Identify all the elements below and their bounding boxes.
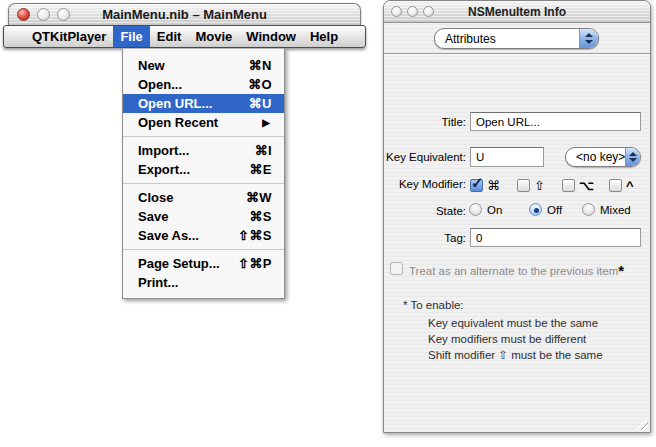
menu-item-label: Print... [138,275,178,290]
radio-unselected[interactable] [582,203,595,216]
popup-stepper-icon [579,29,598,48]
menu-item-shortcut: ⇧⌘S [238,228,272,243]
key-popup[interactable]: <no key> [565,147,641,167]
menu-item-save-as[interactable]: Save As... ⇧⌘S [123,226,284,245]
shift-icon: ⇧ [534,178,545,193]
state-off[interactable]: Off [529,203,562,216]
checkbox-checked[interactable] [470,179,483,192]
key-equivalent-field[interactable]: U [470,147,544,167]
title-row: Title: Open URL... [384,112,650,131]
menu-item-label: Import... [138,143,189,158]
menu-item-shortcut: ⌘E [249,162,272,177]
modifier-command[interactable]: ⌘ [470,178,500,193]
checkbox-unchecked[interactable] [517,179,530,192]
state-label: State: [384,205,466,217]
menu-item-label: Save As... [138,228,199,243]
footnote-header: * To enable: [403,299,464,311]
menu-editor-titlebar: MainMenu.nib – MainMenu [8,3,361,25]
state-mixed[interactable]: Mixed [582,203,631,216]
popup-selected-label: <no key> [566,150,625,164]
inspector-titlebar: NSMenuItem Info [384,1,650,23]
footnote-line: Shift modifier ⇧ must be the same [428,348,603,362]
section-divider [384,53,650,55]
footnote-line: Key equivalent must be the same [428,317,598,329]
menu-item-shortcut: ⌘W [246,190,272,205]
menubar-item-help[interactable]: Help [303,26,345,47]
menubar-item-window[interactable]: Window [239,26,303,47]
title-label: Title: [384,116,466,128]
menu-separator [123,183,284,184]
menu-item-label: Open URL... [138,96,212,111]
menu-item-page-setup[interactable]: Page Setup... ⇧⌘P [123,254,284,273]
menu-item-open[interactable]: Open... ⌘O [123,75,284,94]
popup-stepper-icon [625,148,640,166]
menubar-item-edit[interactable]: Edit [150,26,189,47]
alternate-label-text: Treat as an alternate to the previous it… [409,265,618,277]
option-icon: ⌥ [579,178,594,193]
menu-item-label: Open... [138,77,182,92]
popup-selected-label: Attributes [435,32,579,46]
menu-item-shortcut: ⌘S [249,209,272,224]
control-icon: ^ [626,178,634,193]
menu-item-label: Page Setup... [138,256,220,271]
menu-item-shortcut: ⌘O [248,77,272,92]
tag-label: Tag: [384,232,466,244]
menubar-item-qtkitplayer[interactable]: QTKitPlayer [25,26,113,47]
menu-item-label: Export... [138,162,190,177]
tag-row: Tag: 0 [384,228,650,247]
menu-item-label: New [138,58,165,73]
menu-item-print[interactable]: Print... [123,273,284,292]
alternate-row: Treat as an alternate to the previous it… [384,261,650,277]
checkbox-unchecked[interactable] [609,179,622,192]
submenu-arrow-icon: ▶ [262,117,270,128]
key-equivalent-row: Key Equivalent: U <no key> [384,147,650,167]
footnote-line: Key modifiers must be different [428,333,586,345]
alternate-checkbox[interactable] [390,262,403,275]
radio-unselected[interactable] [469,203,482,216]
menubar: QTKitPlayer File Edit Movie Window Help [3,25,366,48]
menu-item-label: Save [138,209,168,224]
modifier-control[interactable]: ^ [609,178,634,193]
menu-item-shortcut: ⌘N [249,58,272,73]
menubar-item-movie[interactable]: Movie [188,26,239,47]
key-equivalent-label: Key Equivalent: [384,151,466,163]
key-modifier-label: Key Modifier: [384,178,466,190]
command-icon: ⌘ [487,178,500,193]
menu-item-export[interactable]: Export... ⌘E [123,160,284,179]
menu-item-label: Close [138,190,173,205]
state-on[interactable]: On [469,203,502,216]
window-title: MainMenu.nib – MainMenu [9,7,360,22]
modifier-shift[interactable]: ⇧ [517,178,545,193]
radio-label: On [487,204,502,216]
menu-item-import[interactable]: Import... ⌘I [123,141,284,160]
menu-item-close[interactable]: Close ⌘W [123,188,284,207]
radio-selected[interactable] [529,203,542,216]
menubar-item-file[interactable]: File [113,26,149,47]
inspector-title: NSMenuItem Info [384,5,650,19]
menu-separator [123,249,284,250]
menu-item-save[interactable]: Save ⌘S [123,207,284,226]
menu-item-shortcut: ⇧⌘P [238,256,272,271]
menu-item-shortcut: ⌘U [249,96,272,111]
menu-item-new[interactable]: New ⌘N [123,56,284,75]
file-menu-dropdown: New ⌘N Open... ⌘O Open URL... ⌘U Open Re… [122,48,285,299]
menu-item-open-recent[interactable]: Open Recent ▶ [123,113,284,132]
alternate-asterisk: * [618,262,624,279]
menu-item-open-url[interactable]: Open URL... ⌘U [123,94,284,113]
modifier-option[interactable]: ⌥ [562,178,594,193]
radio-label: Off [547,204,562,216]
menu-separator [123,136,284,137]
inspector-pane-popup[interactable]: Attributes [434,28,599,49]
inspector-panel: NSMenuItem Info Attributes Title: Open U… [383,0,651,433]
alternate-label: Treat as an alternate to the previous it… [409,262,624,279]
menu-item-label: Open Recent [138,115,218,130]
resize-grip[interactable] [635,417,648,430]
radio-label: Mixed [600,204,631,216]
state-row: State: On Off Mixed [384,203,650,218]
tag-field[interactable]: 0 [470,228,641,247]
key-modifier-row: Key Modifier: ⌘ ⇧ ⌥ ^ [384,177,650,195]
checkbox-unchecked[interactable] [562,179,575,192]
menu-item-shortcut: ⌘I [254,143,272,158]
title-field[interactable]: Open URL... [470,112,641,131]
